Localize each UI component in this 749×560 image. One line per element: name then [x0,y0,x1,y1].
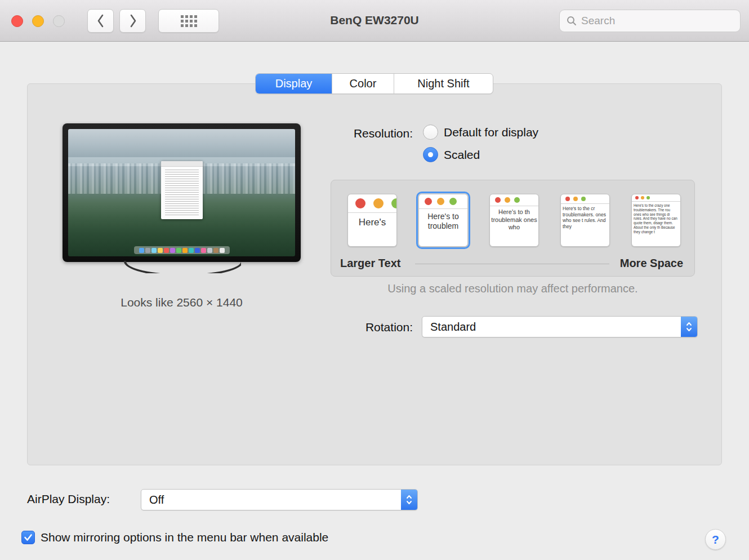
thumbnail-text: Here's [348,213,396,232]
thumbnail-titlebar [419,194,467,209]
red-dot-icon [635,196,639,199]
search-input[interactable] [581,15,733,27]
resolution-label: Resolution: [28,127,413,140]
larger-text-label: Larger Text [340,257,400,270]
show-all-preferences-button[interactable] [158,9,219,33]
help-button[interactable]: ? [705,529,726,550]
monitor-screen-wallpaper [68,129,295,256]
red-dot-icon [565,197,570,201]
scaled-thumbnail-4[interactable]: Here's to the cr troublemakers. ones who… [560,194,610,247]
checkbox-checked-icon[interactable] [21,531,35,544]
scaled-thumbnail-3[interactable]: Here's to th troublemak ones who [489,194,539,247]
airplay-value: Off [149,490,164,510]
rotation-value: Standard [430,317,476,337]
tab-color[interactable]: Color [332,74,394,94]
tab-night-shift[interactable]: Night Shift [394,74,493,94]
performance-note: Using a scaled resolution may affect per… [331,282,695,295]
tab-bar: Display Color Night Shift [255,73,493,94]
yellow-dot-icon [505,197,510,203]
wallpaper-document-window [161,161,203,219]
close-button[interactable] [11,15,23,27]
thumbnail-text: Here's to th troublemak ones who [490,206,538,234]
rotation-dropdown[interactable]: Standard [422,316,698,337]
scaled-thumbnail-2-selected[interactable]: Here's to troublem [418,194,468,247]
looks-like-label: Looks like 2560 × 1440 [63,296,301,309]
chevron-left-icon [96,14,105,28]
monitor-preview [63,123,301,273]
minimize-button[interactable] [32,15,44,27]
airplay-display-label: AirPlay Display: [27,492,110,506]
rotation-label: Rotation: [28,321,413,334]
monitor-bezel [63,123,301,262]
search-icon [567,16,577,26]
thumbnail-text: Here's to the crazy one troublemakers. T… [632,202,680,236]
display-preferences-window: BenQ EW3270U Display Color Night Shift [0,0,749,560]
thumbnail-titlebar [490,194,538,206]
green-dot-icon [391,198,396,208]
radio-default-for-display[interactable]: Default for display [423,125,538,140]
grid-icon [181,15,197,27]
thumbnail-titlebar [632,194,680,202]
chevron-right-icon [128,14,137,28]
monitor-stand [123,261,241,273]
yellow-dot-icon [573,197,578,201]
title-bar: BenQ EW3270U [0,0,749,42]
green-dot-icon [647,196,650,199]
back-button[interactable] [87,9,114,33]
dock [134,246,230,254]
radio-scaled[interactable]: Scaled [423,147,480,162]
yellow-dot-icon [373,198,384,208]
airplay-display-dropdown[interactable]: Off [141,489,418,510]
scaled-thumbnail-1[interactable]: Here's [347,194,397,247]
help-question-mark: ? [712,533,719,546]
scaled-resolution-picker: Here's Here's to troublem Here's to th t… [331,180,695,277]
tab-display[interactable]: Display [256,74,332,94]
mirroring-label: Show mirroring options in the menu bar w… [41,531,328,544]
more-space-label: More Space [620,257,683,270]
yellow-dot-icon [641,196,644,199]
red-dot-icon [425,198,432,205]
thumbnail-titlebar [348,194,396,213]
dropdown-arrows-icon [401,490,417,510]
green-dot-icon [581,197,586,201]
dropdown-arrows-icon [681,317,697,337]
zoom-button [53,15,65,27]
window-controls [11,15,65,27]
thumbnail-text: Here's to the cr troublemakers. ones who… [561,204,609,231]
red-dot-icon [495,197,501,203]
radio-scaled-label: Scaled [444,148,480,162]
yellow-dot-icon [437,198,444,205]
radio-off-icon[interactable] [423,125,438,140]
thumbnail-text: Here's to troublem [419,209,467,234]
radio-default-label: Default for display [444,126,538,139]
radio-on-icon[interactable] [423,147,438,162]
scaled-thumbnail-5[interactable]: Here's to the crazy one troublemakers. T… [631,194,681,247]
mirroring-checkbox-row[interactable]: Show mirroring options in the menu bar w… [21,531,328,544]
thumbnail-titlebar [561,194,609,204]
search-field[interactable] [559,10,741,32]
display-settings-panel: Looks like 2560 × 1440 Resolution: Defau… [27,83,722,465]
green-dot-icon [514,197,520,203]
red-dot-icon [355,198,365,208]
green-dot-icon [449,198,457,205]
forward-button[interactable] [119,9,146,33]
navigation-buttons [87,9,146,33]
scale-divider-line [415,264,609,264]
